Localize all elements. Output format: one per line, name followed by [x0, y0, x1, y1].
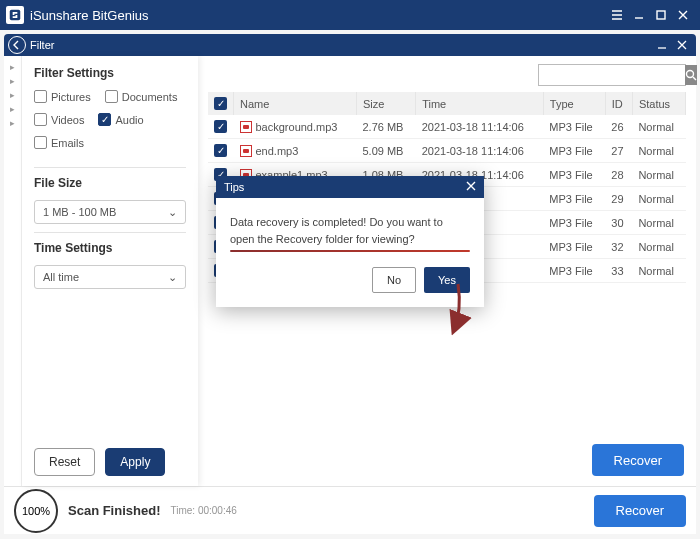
col-type[interactable]: Type	[543, 92, 605, 115]
row-checkbox[interactable]	[214, 120, 227, 133]
back-icon[interactable]	[8, 36, 26, 54]
dialog-yes-button[interactable]: Yes	[424, 267, 470, 293]
scan-status: Scan Finished!	[68, 503, 160, 518]
file-id: 26	[605, 115, 632, 139]
file-status: Normal	[632, 259, 685, 283]
filter-label: Filter	[30, 39, 54, 51]
minimize-icon[interactable]	[628, 4, 650, 26]
file-id: 30	[605, 211, 632, 235]
file-size: 5.09 MB	[356, 139, 415, 163]
file-type: MP3 File	[543, 211, 605, 235]
footer: 100% Scan Finished! Time: 00:00:46 Recov…	[4, 486, 696, 534]
reset-button[interactable]: Reset	[34, 448, 95, 476]
dialog-message: Data recovery is completed! Do you want …	[230, 214, 470, 247]
dialog-no-button[interactable]: No	[372, 267, 416, 293]
file-type: MP3 File	[543, 115, 605, 139]
file-name: background.mp3	[256, 121, 338, 133]
col-name[interactable]: Name	[234, 92, 357, 115]
search-box	[538, 64, 686, 86]
file-icon	[240, 145, 252, 157]
file-status: Normal	[632, 139, 685, 163]
dialog-title: Tips	[224, 181, 244, 193]
checkbox-videos[interactable]: Videos	[34, 113, 84, 126]
table-row[interactable]: end.mp35.09 MB2021-03-18 11:14:06MP3 Fil…	[208, 139, 686, 163]
filesize-title: File Size	[34, 176, 186, 190]
file-status: Normal	[632, 163, 685, 187]
file-id: 32	[605, 235, 632, 259]
time-label: Time: 00:00:46	[170, 505, 236, 516]
app-logo	[6, 6, 24, 24]
chevron-down-icon: ⌄	[168, 206, 177, 219]
file-icon	[240, 121, 252, 133]
annotation-underline	[230, 250, 470, 252]
col-size[interactable]: Size	[356, 92, 415, 115]
file-status: Normal	[632, 211, 685, 235]
svg-rect-0	[10, 10, 21, 21]
dialog-close-icon[interactable]	[466, 181, 476, 193]
app-title: iSunshare BitGenius	[30, 8, 149, 23]
tips-dialog: Tips Data recovery is completed! Do you …	[216, 176, 484, 307]
sidebar: Filter Settings Pictures Documents Video…	[22, 56, 198, 486]
time-select[interactable]: All time ⌄	[34, 265, 186, 289]
file-type: MP3 File	[543, 163, 605, 187]
file-type: MP3 File	[543, 187, 605, 211]
footer-recover-button[interactable]: Recover	[594, 495, 686, 527]
checkbox-audio[interactable]: Audio	[98, 113, 143, 126]
titlebar: iSunshare BitGenius	[0, 0, 700, 30]
file-type: MP3 File	[543, 139, 605, 163]
filter-bar: Filter	[4, 34, 696, 56]
filter-minimize-icon[interactable]	[652, 35, 672, 55]
file-status: Normal	[632, 115, 685, 139]
svg-point-4	[687, 71, 694, 78]
filter-settings-title: Filter Settings	[34, 66, 186, 80]
tree-collapse-bar[interactable]: ▸▸▸▸▸	[4, 56, 22, 486]
filter-close-icon[interactable]	[672, 35, 692, 55]
filesize-select[interactable]: 1 MB - 100 MB ⌄	[34, 200, 186, 224]
file-type: MP3 File	[543, 259, 605, 283]
file-id: 29	[605, 187, 632, 211]
checkbox-documents[interactable]: Documents	[105, 90, 178, 103]
checkbox-all[interactable]	[214, 97, 227, 110]
svg-rect-2	[657, 11, 665, 19]
file-time: 2021-03-18 11:14:06	[416, 139, 544, 163]
search-input[interactable]	[539, 65, 685, 85]
menu-icon[interactable]	[606, 4, 628, 26]
col-time[interactable]: Time	[416, 92, 544, 115]
file-name: end.mp3	[256, 145, 299, 157]
svg-line-5	[693, 77, 696, 80]
file-id: 27	[605, 139, 632, 163]
file-size: 2.76 MB	[356, 115, 415, 139]
file-id: 33	[605, 259, 632, 283]
table-row[interactable]: background.mp32.76 MB2021-03-18 11:14:06…	[208, 115, 686, 139]
file-time: 2021-03-18 11:14:06	[416, 115, 544, 139]
time-settings-title: Time Settings	[34, 241, 186, 255]
close-icon[interactable]	[672, 4, 694, 26]
file-type: MP3 File	[543, 235, 605, 259]
checkbox-emails[interactable]: Emails	[34, 136, 84, 149]
recover-button[interactable]: Recover	[592, 444, 684, 476]
file-id: 28	[605, 163, 632, 187]
file-status: Normal	[632, 187, 685, 211]
progress-circle: 100%	[14, 489, 58, 533]
search-icon[interactable]	[685, 65, 697, 85]
maximize-icon[interactable]	[650, 4, 672, 26]
checkbox-pictures[interactable]: Pictures	[34, 90, 91, 103]
apply-button[interactable]: Apply	[105, 448, 165, 476]
col-id[interactable]: ID	[605, 92, 632, 115]
chevron-down-icon: ⌄	[168, 271, 177, 284]
file-status: Normal	[632, 235, 685, 259]
row-checkbox[interactable]	[214, 144, 227, 157]
col-status[interactable]: Status	[632, 92, 685, 115]
